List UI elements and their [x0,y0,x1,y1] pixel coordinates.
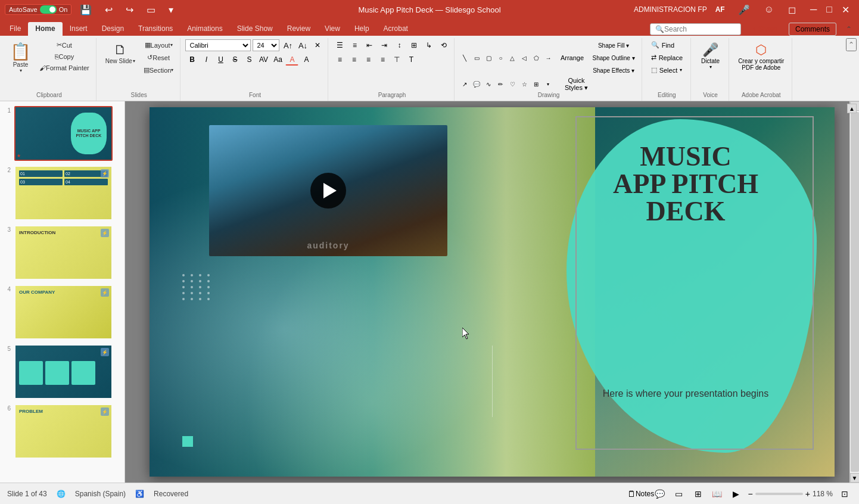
highlight-color-button[interactable]: A [300,54,313,66]
scroll-up-button[interactable]: ▲ [847,104,857,113]
replace-button[interactable]: ⇄ Replace [647,52,687,63]
zoom-slider[interactable] [755,493,803,495]
increase-indent-button[interactable]: ⇥ [378,39,391,51]
tab-insert[interactable]: Insert [63,22,95,36]
zoom-in-button[interactable]: + [805,489,810,499]
thumbnail-4[interactable]: 4 OUR COMPANY ⚡ [2,285,122,340]
slide-subtitle[interactable]: Here is where your presentation begins [572,388,799,399]
shape-freeform-btn[interactable]: ✏ [495,79,506,89]
ribbon-scroll-up[interactable]: ⌃ [846,38,857,51]
shape-pentagon-btn[interactable]: ⬠ [531,52,541,63]
scroll-down-arrow[interactable]: ▼ [850,473,860,483]
video-player[interactable]: auditory [209,125,447,256]
quick-styles-button[interactable]: Quick Styles ▾ [558,79,594,89]
tab-transitions[interactable]: Transitions [131,22,180,36]
shape-more-btn[interactable]: ⊞ [531,79,541,89]
layout-button[interactable]: ▦ Layout ▾ [141,39,177,51]
align-center-button[interactable]: ≡ [347,54,360,66]
numbering-button[interactable]: ≡ [348,39,361,51]
justify-button[interactable]: ≡ [376,54,389,66]
strikethrough-button[interactable]: S [228,54,241,66]
copy-button[interactable]: ⎘ Copy [36,51,92,62]
minimize-button[interactable]: ─ [805,3,821,17]
convert-smartart-button[interactable]: ⟲ [437,39,450,51]
video-play-button[interactable] [310,173,346,209]
close-button[interactable]: ✕ [837,3,854,17]
section-button[interactable]: ▤ Section ▾ [141,64,177,76]
save-button[interactable]: 💾 [75,3,97,17]
shape-roundrect-btn[interactable]: ▢ [483,52,494,63]
ribbon-display-button[interactable]: ◻ [783,3,801,17]
new-slide-button[interactable]: 🗋 New Slide ▾ [101,39,139,67]
char-spacing-button[interactable]: AV [257,54,270,66]
paste-button[interactable]: 📋 Paste ▾ [6,39,35,76]
shape-heart-btn[interactable]: ♡ [507,79,518,89]
customize-qat-button[interactable]: ▾ [164,3,178,17]
autosave-badge[interactable]: AutoSave On [5,4,71,15]
bold-button[interactable]: B [185,54,198,66]
share-button[interactable]: ↑ Share [746,23,784,36]
tab-animations[interactable]: Animations [180,22,229,36]
text-direction-button[interactable]: ↳ [422,39,435,51]
presentation-mode-button[interactable]: ▭ [142,3,160,17]
shape-triangle-btn[interactable]: △ [507,52,518,63]
cut-button[interactable]: ✂ Cut [36,39,92,51]
shape-arrow-btn[interactable]: → [543,52,553,63]
change-case-button[interactable]: Aa [271,54,284,66]
font-color-button[interactable]: A [285,54,298,66]
shadow-button[interactable]: S [242,54,256,66]
slide-title[interactable]: MUSIC APP PITCH DECK [572,143,799,225]
font-name-select[interactable]: Calibri [185,39,251,51]
shape-rtriangle-btn[interactable]: ◁ [519,52,530,63]
clear-format-button[interactable]: ✕ [311,39,324,51]
arrange-button[interactable]: Arrange [558,52,586,63]
thumbnail-5[interactable]: 5 ⚡ [2,344,122,399]
shapes-gallery-more[interactable]: ▾ [543,79,553,89]
zoom-out-button[interactable]: − [748,489,753,499]
tab-home[interactable]: Home [28,22,62,36]
vertical-align-button[interactable]: ⊤ [390,54,403,66]
shape-fill-button[interactable]: Shape Fill ▾ [589,39,637,51]
mic-icon-btn[interactable]: 🎤 [733,3,755,17]
columns-button[interactable]: ⊞ [407,39,421,51]
shape-oval-btn[interactable]: ○ [495,52,506,63]
dictate-button[interactable]: 🎤 Dictate ▾ [696,39,725,73]
line-spacing-button[interactable]: ↕ [393,39,406,51]
thumbnail-1[interactable]: 1 MUSIC APP PITCH DECK ★ [2,106,122,161]
reading-view-button[interactable]: 📖 [710,487,724,501]
align-left-button[interactable]: ≡ [333,54,346,66]
shape-outline-button[interactable]: Shape Outline ▾ [589,52,637,64]
user-avatar[interactable]: AF [712,1,729,18]
thumbnail-6[interactable]: 6 PROBLEM ⚡ [2,404,122,459]
autosave-toggle[interactable] [40,5,57,14]
tab-slideshow[interactable]: Slide Show [230,22,280,36]
add-text-button[interactable]: T [404,54,418,66]
shape-arrow2-btn[interactable]: ↗ [459,79,470,89]
scroll-thumb[interactable] [851,112,859,472]
redo-button[interactable]: ↪ [121,3,138,17]
thumbnail-2[interactable]: 2 01 02 03 04 ⚡ [2,166,122,220]
font-size-select[interactable]: 24 [253,39,279,51]
adobe-button[interactable]: ⬡ Crear y compartir PDF de Adobe [734,39,788,74]
tab-view[interactable]: View [318,22,347,36]
maximize-button[interactable]: □ [821,3,837,17]
tab-help[interactable]: Help [347,22,376,36]
tab-file[interactable]: File [2,22,28,36]
tab-design[interactable]: Design [95,22,131,36]
shape-effects-button[interactable]: Shape Effects ▾ [589,64,637,76]
align-right-button[interactable]: ≡ [362,54,375,66]
slideshow-view-button[interactable]: ▶ [729,487,743,501]
italic-button[interactable]: I [200,54,213,66]
tab-acrobat[interactable]: Acrobat [376,22,415,36]
search-input[interactable] [664,25,736,33]
bullets-button[interactable]: ☰ [333,39,346,51]
decrease-indent-button[interactable]: ⇤ [363,39,376,51]
select-button[interactable]: ⬚ Select ▾ [647,64,687,76]
tab-review[interactable]: Review [280,22,318,36]
shape-line-btn[interactable]: ╲ [459,52,470,63]
main-slide-canvas[interactable]: MUSIC APP PITCH DECK Here is where your … [150,107,835,477]
ribbon-collapse-button[interactable]: ⌃ [841,24,857,35]
undo-button[interactable]: ↩ [100,3,117,17]
reset-button[interactable]: ↺ Reset [141,52,177,63]
normal-view-button[interactable]: ▭ [672,487,686,501]
